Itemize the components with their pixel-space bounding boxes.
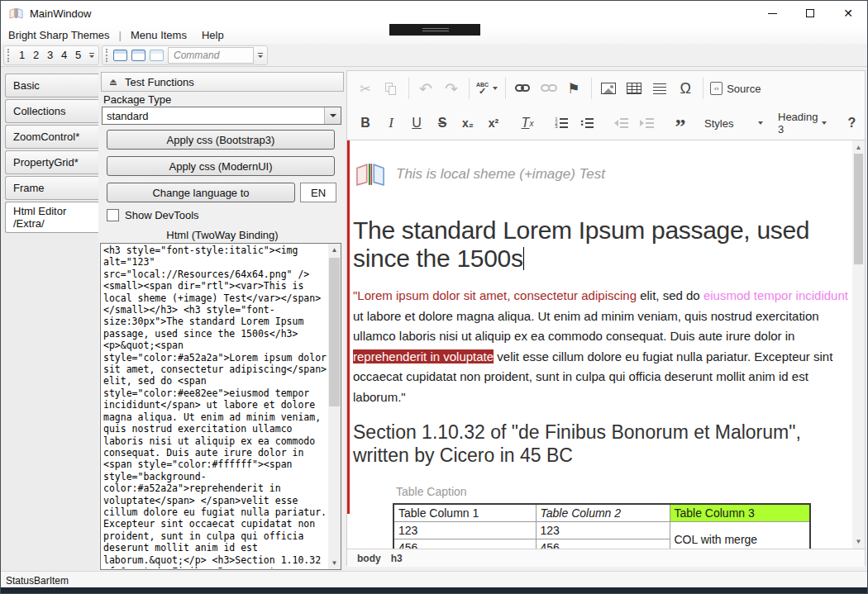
table-header-2: Table Column 2	[536, 504, 670, 522]
image-icon[interactable]	[599, 78, 618, 99]
chevron-down-icon	[822, 121, 827, 125]
package-type-value: standard	[103, 110, 324, 122]
toolbar-grip-icon[interactable]	[7, 49, 12, 62]
anchor-flag-icon[interactable]: ⚑	[564, 78, 584, 99]
remove-format-icon[interactable]: Tx	[517, 112, 537, 134]
toolbar-button-1[interactable]: 1	[15, 47, 29, 64]
toolbar-button-5[interactable]: 5	[71, 47, 85, 64]
main-area: Basic Collections ZoomControl* PropertyG…	[1, 67, 867, 571]
subscript-icon[interactable]: x₂	[458, 112, 478, 134]
scroll-up-icon[interactable]: ▲	[328, 244, 341, 256]
sidebar-tab-zoomcontrol[interactable]: ZoomControl*	[5, 125, 98, 149]
underline-icon[interactable]: U	[407, 112, 427, 134]
scrollbar-thumb[interactable]	[854, 154, 863, 264]
table-icon[interactable]	[624, 78, 644, 99]
local-scheme-image	[353, 162, 388, 187]
toolbar-numbers: 1 2 3 4 5	[3, 45, 99, 65]
chevron-down-icon	[493, 87, 498, 90]
textarea-scrollbar[interactable]: ▲ ▼	[328, 244, 341, 569]
sidebar-tab-collections[interactable]: Collections	[5, 99, 98, 123]
editor-toolbar-row-2: B I U S x₂ x² Tx 123 ••	[347, 106, 865, 140]
sidebar-tab-frame[interactable]: Frame	[5, 176, 98, 200]
toolbar-button-2[interactable]: 2	[29, 47, 43, 64]
blockquote-icon[interactable]: ”	[670, 112, 690, 134]
maximize-button[interactable]	[791, 1, 829, 26]
toolbar-button-3[interactable]: 3	[43, 47, 57, 64]
scrollbar-thumb[interactable]	[329, 258, 340, 406]
show-devtools-checkbox[interactable]	[107, 209, 119, 221]
bold-icon[interactable]: B	[355, 112, 375, 134]
bottom-accent-strip	[1, 587, 867, 593]
app-icon	[9, 7, 23, 19]
test-functions-header[interactable]: Test Functions	[101, 72, 344, 92]
styles-dropdown[interactable]: Styles	[704, 117, 763, 130]
toolbar-button-4[interactable]: 4	[57, 47, 71, 64]
redo-icon[interactable]: ↷	[441, 78, 461, 99]
link-icon[interactable]	[513, 78, 532, 99]
floating-grip[interactable]	[389, 24, 480, 36]
sidebar-tab-html-editor[interactable]: Html Editor /Extra/	[5, 202, 98, 233]
apply-css-bootstrap3-button[interactable]: Apply css (Bootstrap3)	[107, 130, 335, 150]
window-layout-icon-3[interactable]	[150, 50, 164, 61]
undo-icon[interactable]: ↶	[416, 78, 436, 99]
maximize-icon	[806, 9, 814, 17]
bulleted-list-icon[interactable]: ••	[577, 112, 597, 134]
section-heading: Section 1.10.32 of "de Finibus Bonorum e…	[353, 421, 851, 467]
editor-toolbar: ✂ ↶ ↷ ABC✓	[347, 71, 865, 140]
sidebar-tab-basic[interactable]: Basic	[5, 74, 98, 97]
test-functions-panel: Test Functions Package Type standard App…	[98, 67, 346, 571]
toolbar-overflow-icon[interactable]	[255, 47, 265, 64]
minimize-icon	[768, 13, 777, 14]
close-icon: ✕	[843, 7, 853, 19]
special-character-icon[interactable]: Ω	[675, 78, 695, 99]
close-button[interactable]: ✕	[829, 1, 867, 26]
outdent-icon[interactable]	[611, 112, 631, 134]
path-item-h3[interactable]: h3	[391, 553, 403, 564]
package-type-combobox[interactable]: standard	[102, 107, 341, 125]
lorem-paragraph: "Lorem ipsum dolor sit amet, consectetur…	[353, 286, 851, 407]
italic-icon[interactable]: I	[381, 112, 401, 134]
package-type-label: Package Type	[103, 93, 171, 106]
source-icon: ‹›	[710, 82, 723, 95]
status-bar: StatusBarItem	[1, 571, 867, 589]
window-layout-icon-1[interactable]	[113, 50, 127, 61]
styles-label: Styles	[704, 117, 754, 130]
apply-css-modernui-button[interactable]: Apply css (ModernUI)	[107, 156, 335, 176]
path-item-body[interactable]: body	[357, 553, 381, 564]
status-bar-item: StatusBarItem	[6, 575, 69, 587]
scroll-up-icon[interactable]: ▲	[852, 142, 865, 153]
format-dropdown[interactable]: Heading 3	[778, 111, 827, 135]
toolbar-overflow-icon[interactable]	[87, 47, 97, 64]
minimize-button[interactable]	[753, 1, 791, 26]
menu-menu-items[interactable]: Menu Items	[123, 27, 194, 43]
scroll-down-icon[interactable]: ▼	[852, 536, 865, 547]
toolbar-grip-icon[interactable]	[106, 49, 110, 62]
menu-help[interactable]: Help	[194, 27, 231, 43]
change-language-button[interactable]: Change language to	[107, 183, 295, 202]
scroll-down-icon[interactable]: ▼	[328, 557, 341, 569]
chevron-down-icon	[330, 114, 336, 117]
html-source-textarea[interactable]: <h3 style="font-style:italic"><img alt="…	[103, 245, 327, 568]
about-button[interactable]: ?	[842, 112, 861, 134]
language-field[interactable]: EN	[300, 183, 336, 202]
editor-scrollbar[interactable]: ▲ ▼	[852, 140, 865, 549]
editor-content[interactable]: This is local sheme (+image) Test The st…	[347, 140, 865, 549]
spellcheck-button[interactable]: ABC✓	[476, 78, 498, 99]
strikethrough-icon[interactable]: S	[432, 112, 452, 134]
combobox-dropdown-button[interactable]	[324, 107, 341, 124]
cut-icon[interactable]: ✂	[355, 78, 375, 99]
numbered-list-icon[interactable]: 123	[551, 112, 571, 134]
sidebar-tab-propertygrid[interactable]: PropertyGrid*	[5, 150, 98, 174]
unlink-icon[interactable]	[538, 78, 558, 99]
copy-icon[interactable]	[381, 78, 401, 99]
menu-bright-sharp-themes[interactable]: Bright Sharp Themes	[1, 27, 117, 43]
command-input[interactable]	[168, 47, 254, 64]
main-heading: The standard Lorem Ipsum passage, used s…	[353, 216, 851, 273]
test-functions-title: Test Functions	[125, 76, 194, 88]
horizontal-rule-icon[interactable]	[650, 78, 670, 99]
demo-table: Table Column 1 Table Column 2 Table Colu…	[393, 503, 811, 549]
window-layout-icon-2[interactable]	[131, 50, 145, 61]
superscript-icon[interactable]: x²	[484, 112, 503, 134]
source-button[interactable]: ‹› Source	[710, 78, 761, 99]
indent-icon[interactable]	[637, 112, 656, 134]
